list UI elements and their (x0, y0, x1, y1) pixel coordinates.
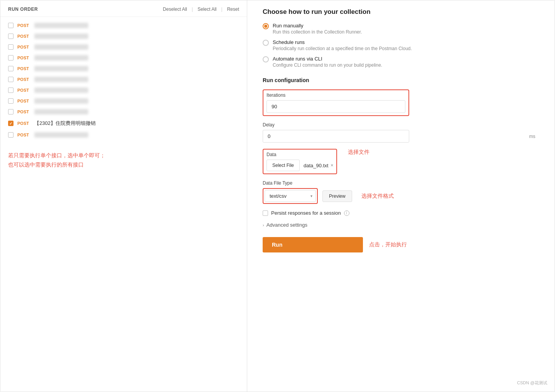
request-name-blurred (34, 109, 88, 114)
iterations-input[interactable] (267, 100, 405, 113)
run-options: Run manually Run this collection in the … (263, 23, 539, 68)
section-title: Choose how to run your collection (263, 8, 539, 16)
preview-button[interactable]: Preview (322, 190, 352, 202)
persist-row: Persist responses for a session i (263, 210, 539, 216)
request-name-blurred (34, 132, 88, 138)
chevron-right-icon: › (263, 223, 264, 227)
request-name-blurred (34, 87, 88, 93)
select-file-button[interactable]: Select File (267, 160, 300, 171)
run-option-schedule: Schedule runs Periodically run collectio… (263, 39, 539, 51)
radio-manual-desc: Run this collection in the Collection Ru… (273, 29, 362, 35)
method-badge: POST (17, 77, 30, 82)
file-tag: data_90.txt × (304, 163, 333, 168)
advanced-settings-row[interactable]: › Advanced settings (263, 222, 539, 228)
list-item-checked: POST 【2302】住院费用明细撤销 (0, 117, 247, 130)
item-checkbox-6[interactable] (8, 77, 13, 82)
persist-checkbox[interactable] (263, 210, 268, 216)
data-label: Data (267, 152, 333, 157)
list-item: POST (0, 74, 247, 85)
file-name: data_90.txt (304, 163, 328, 168)
radio-schedule-label: Schedule runs (273, 39, 412, 45)
list-item: POST (0, 106, 247, 117)
method-badge: POST (17, 23, 30, 28)
item-checkbox-2[interactable] (8, 34, 13, 39)
iterations-group: Iterations (263, 89, 539, 116)
list-item: POST (0, 85, 247, 96)
watermark: CSDN @花测试 (517, 380, 547, 386)
item-checkbox-8[interactable] (8, 98, 13, 104)
file-type-select[interactable]: text/csv application/json (265, 190, 316, 202)
radio-cli[interactable] (263, 56, 269, 62)
delay-group: Delay ms (263, 122, 539, 143)
request-name-blurred (34, 34, 88, 39)
request-name-blurred (34, 98, 88, 104)
delay-input[interactable] (263, 130, 409, 143)
radio-schedule-desc: Periodically run collection at a specifi… (273, 46, 412, 51)
deselect-all-button[interactable]: Deselect All (163, 7, 187, 12)
run-list: POST POST POST POST POST (0, 17, 247, 143)
radio-schedule[interactable] (263, 40, 269, 46)
run-btn-row: Run 点击，开始执行 (263, 237, 539, 252)
reset-button[interactable]: Reset (227, 7, 239, 12)
run-annotation: 点击，开始执行 (369, 241, 407, 248)
radio-manual-label: Run manually (273, 23, 362, 29)
method-badge: POST (17, 45, 30, 49)
file-annotation: 选择文件 (348, 149, 369, 156)
persist-label: Persist responses for a session (271, 210, 341, 216)
data-file-type-label: Data File Type (263, 180, 539, 186)
info-icon[interactable]: i (344, 210, 349, 216)
data-file-type-group: Data File Type text/csv application/json… (263, 180, 539, 204)
run-order-title: RUN ORDER (8, 7, 38, 12)
run-option-manual: Run manually Run this collection in the … (263, 23, 539, 35)
run-button[interactable]: Run (263, 237, 363, 252)
method-badge: POST (17, 109, 30, 114)
item-checkbox-10[interactable] (8, 121, 13, 126)
run-order-actions: Deselect All | Select All | Reset (163, 7, 239, 12)
annotation-text: 若只需要执行单个接口，选中单个即可；也可以选中需要执行的所有接口 (8, 151, 239, 170)
item-checkbox-4[interactable] (8, 55, 13, 61)
radio-cli-desc: Configure CLI command to run on your bui… (273, 62, 382, 68)
iterations-border-box: Iterations (263, 89, 409, 116)
select-all-button[interactable]: Select All (197, 7, 216, 12)
method-badge: POST (17, 56, 30, 60)
item-checkbox-5[interactable] (8, 66, 13, 71)
advanced-settings-label: Advanced settings (267, 222, 307, 228)
item-checkbox-1[interactable] (8, 23, 13, 28)
file-remove-button[interactable]: × (331, 163, 333, 168)
request-name-blurred (34, 55, 88, 61)
right-panel: Choose how to run your collection Run ma… (247, 0, 555, 392)
item-checkbox-7[interactable] (8, 87, 13, 93)
method-badge: POST (17, 133, 30, 137)
list-item: POST (0, 130, 247, 140)
method-badge: POST (17, 34, 30, 39)
delay-unit: ms (529, 134, 535, 139)
data-border-box: Data Select File data_90.txt × (263, 149, 337, 174)
method-badge: POST (17, 66, 30, 71)
method-badge: POST (17, 121, 30, 126)
method-badge: POST (17, 88, 30, 93)
item-checkbox-3[interactable] (8, 44, 13, 50)
run-config-title: Run configuration (263, 77, 539, 83)
delay-label: Delay (263, 122, 539, 128)
data-section: Data Select File data_90.txt × 选择文件 (263, 149, 539, 174)
radio-cli-label: Automate runs via CLI (273, 56, 382, 62)
list-item: POST (0, 20, 247, 31)
item-checkbox-11[interactable] (8, 132, 13, 138)
run-order-header: RUN ORDER Deselect All | Select All | Re… (0, 0, 247, 17)
annotation-box: 若只需要执行单个接口，选中单个即可；也可以选中需要执行的所有接口 (8, 151, 239, 170)
list-item: POST (0, 42, 247, 52)
item-checkbox-9[interactable] (8, 109, 13, 114)
radio-manual[interactable] (263, 23, 269, 29)
method-badge: POST (17, 99, 30, 103)
file-type-border-box: text/csv application/json ▾ (263, 188, 318, 204)
request-name-blurred (34, 66, 88, 71)
list-item: POST (0, 31, 247, 42)
iterations-label: Iterations (267, 93, 405, 98)
list-item: POST (0, 63, 247, 74)
list-item: POST (0, 52, 247, 63)
list-item: POST (0, 96, 247, 106)
request-name: 【2302】住院费用明细撤销 (34, 120, 239, 127)
request-name-blurred (34, 77, 88, 82)
request-name-blurred (34, 44, 88, 50)
file-format-annotation: 选择文件格式 (361, 193, 394, 200)
